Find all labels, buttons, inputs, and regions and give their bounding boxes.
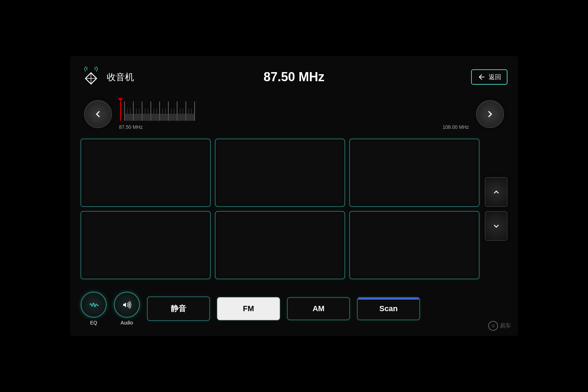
freq-min-label: 87.50 MHz: [119, 124, 143, 130]
presets-section: [80, 139, 507, 279]
preset-2[interactable]: [215, 139, 345, 207]
am-label: AM: [313, 304, 324, 313]
tuner-section: 87.50 MHz 108.00 MHz: [80, 98, 507, 130]
eq-icon-circle: [80, 292, 107, 318]
frequency-display: [117, 98, 471, 122]
eq-label: EQ: [90, 320, 97, 326]
freq-max-label: 108.00 MHz: [443, 124, 469, 130]
antenna-icon: [80, 66, 102, 88]
preset-1[interactable]: [80, 139, 211, 207]
header-left: 收音机: [80, 66, 134, 88]
header: 收音机 87.50 MHz 返回: [80, 63, 507, 91]
frequency-labels: 87.50 MHz 108.00 MHz: [117, 124, 471, 130]
back-icon: [477, 73, 486, 81]
preset-6[interactable]: [349, 211, 479, 279]
eq-button[interactable]: EQ: [80, 292, 107, 326]
tuner-bar[interactable]: 87.50 MHz 108.00 MHz: [117, 98, 471, 130]
radio-title: 收音机: [107, 71, 134, 83]
audio-label: Audio: [121, 320, 133, 326]
presets-scroll: [485, 139, 507, 279]
controls-section: EQ Audio 静音 FM AM Scan: [80, 288, 507, 329]
radio-icon: [80, 66, 102, 88]
watermark-text: 易车: [500, 322, 511, 330]
audio-button[interactable]: Audio: [114, 292, 140, 326]
back-button[interactable]: 返回: [471, 69, 507, 85]
am-button[interactable]: AM: [287, 297, 350, 320]
scroll-down-button[interactable]: [485, 211, 507, 241]
prev-button[interactable]: [84, 100, 112, 128]
watermark: ⊙ 易车: [488, 321, 511, 331]
preset-5[interactable]: [215, 211, 345, 279]
preset-4[interactable]: [80, 211, 211, 279]
mute-button[interactable]: 静音: [147, 296, 210, 321]
next-icon: [484, 108, 496, 120]
scan-button[interactable]: Scan: [357, 297, 420, 320]
prev-icon: [92, 108, 104, 120]
preset-3[interactable]: [349, 139, 479, 207]
mute-label: 静音: [171, 304, 186, 313]
current-frequency: 87.50 MHz: [264, 70, 324, 84]
audio-icon-circle: [114, 292, 140, 318]
fm-label: FM: [243, 304, 254, 313]
audio-icon: [120, 298, 134, 312]
radio-screen: 收音机 87.50 MHz 返回: [70, 56, 518, 336]
eq-icon: [86, 298, 101, 312]
watermark-icon: ⊙: [488, 321, 498, 331]
chevron-up-icon: [491, 187, 501, 197]
chevron-down-icon: [491, 221, 501, 231]
next-button[interactable]: [476, 100, 504, 128]
fm-button[interactable]: FM: [217, 297, 280, 320]
scan-label: Scan: [379, 304, 398, 313]
presets-grid: [80, 139, 479, 279]
back-label: 返回: [489, 73, 501, 81]
scroll-up-button[interactable]: [485, 177, 507, 207]
